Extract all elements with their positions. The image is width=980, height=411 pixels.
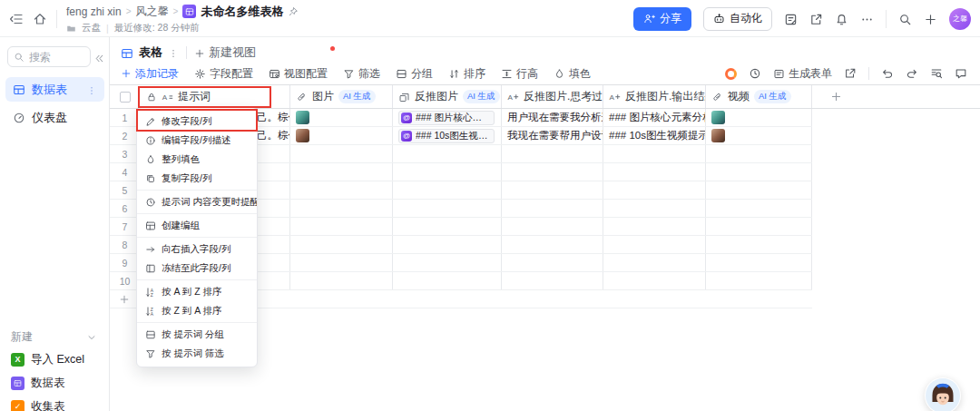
menu-item-duplicate-field[interactable]: 复制字段/列 (137, 169, 257, 188)
search-input[interactable] (29, 51, 82, 64)
chevron-down-icon[interactable] (86, 330, 97, 343)
collapse-sidebar-icon[interactable] (9, 11, 24, 27)
empty-cell[interactable] (706, 163, 812, 181)
empty-cell[interactable] (290, 200, 393, 217)
empty-cell[interactable] (290, 181, 393, 199)
generate-form-button[interactable]: 生成表单 (773, 66, 832, 82)
breadcrumb-workspace[interactable]: feng zhi xin (66, 5, 122, 18)
view-more-icon[interactable] (168, 46, 179, 60)
empty-cell[interactable] (502, 163, 603, 181)
menu-item-fill-column-color[interactable]: 整列填色 (137, 150, 257, 169)
menu-item-group-by-field[interactable]: 按 提示词 分组 (137, 325, 257, 344)
cell-thinking[interactable]: 用户现在需要我分析这... (502, 109, 603, 126)
empty-cell[interactable] (603, 254, 706, 271)
empty-cell[interactable] (502, 218, 603, 235)
empty-cell[interactable] (393, 254, 502, 271)
menu-item-sort-az[interactable]: 按 A 到 Z 排序 (137, 282, 257, 301)
empty-cell[interactable] (290, 145, 393, 162)
empty-cell[interactable] (706, 200, 812, 217)
empty-cell[interactable] (706, 218, 812, 235)
empty-cell[interactable] (706, 254, 812, 271)
document-title[interactable]: 未命名多维表格 (201, 4, 283, 20)
home-icon[interactable] (33, 11, 47, 27)
search-in-table-icon[interactable] (930, 67, 943, 81)
cell-thinking[interactable]: 我现在需要帮用户设计... (502, 127, 603, 144)
sidebar-item-datatable[interactable]: 数据表 (5, 77, 104, 102)
tab-grid-view[interactable]: 表格 (121, 44, 179, 61)
empty-cell[interactable] (290, 272, 393, 289)
menu-item-edit-field[interactable]: 修改字段/列 (137, 112, 257, 131)
empty-cell[interactable] (603, 163, 706, 181)
menu-item-change-reminder[interactable]: 提示词 内容变更时提醒 (137, 192, 257, 211)
docs-widget-icon[interactable] (784, 11, 798, 27)
more-actions-icon[interactable] (860, 11, 874, 27)
new-view-button[interactable]: 新建视图 (194, 44, 256, 61)
cell-image[interactable] (290, 127, 393, 144)
empty-cell[interactable] (502, 181, 603, 199)
column-header-image[interactable]: 图片 AI 生成 (290, 85, 393, 108)
empty-cell[interactable] (706, 272, 812, 289)
column-header-prompt[interactable]: 提示词 (141, 85, 290, 108)
sort-button[interactable]: 排序 (448, 66, 485, 82)
empty-cell[interactable] (502, 200, 603, 217)
empty-cell[interactable] (706, 181, 812, 199)
empty-cell[interactable] (290, 254, 393, 271)
user-avatar[interactable]: 之馨 (949, 8, 971, 30)
group-button[interactable]: 分组 (396, 66, 433, 82)
empty-cell[interactable] (393, 163, 502, 181)
cell-video[interactable] (706, 109, 812, 126)
undo-icon[interactable] (881, 67, 894, 81)
ai-doc-chip[interactable]: @ ### 10s图生视频... (398, 129, 495, 143)
cell-reverse-image[interactable]: @ ### 10s图生视频... (393, 127, 502, 144)
cell-reverse-image[interactable]: @ ### 图片核心元... (393, 109, 502, 126)
empty-cell[interactable] (393, 145, 502, 162)
share-view-icon[interactable] (844, 67, 857, 81)
empty-cell[interactable] (603, 181, 706, 199)
empty-cell[interactable] (290, 218, 393, 235)
menu-item-create-group[interactable]: 创建编组 (137, 216, 257, 235)
automation-button[interactable]: 自动化 (703, 7, 772, 31)
item-more-icon[interactable] (86, 83, 97, 96)
add-column-button[interactable] (812, 85, 980, 108)
fill-color-button[interactable]: 填色 (554, 66, 591, 82)
sidebar-search[interactable] (7, 46, 91, 67)
select-all-checkbox[interactable] (120, 92, 131, 103)
cell-output[interactable]: ### 10s图生视频提示... (603, 127, 706, 144)
column-header-video[interactable]: 视频 AI 生成 (706, 85, 812, 108)
sidebar-item-collect-form[interactable]: ✓ 收集表 (0, 395, 110, 411)
add-record-button[interactable]: 添加记录 (121, 66, 179, 82)
menu-item-filter-by-field[interactable]: 按 提示词 筛选 (137, 344, 257, 363)
sidebar-item-new-datatable[interactable]: 数据表 (0, 371, 110, 395)
column-header-output[interactable]: 反推图片.输出结果 (603, 85, 706, 108)
video-thumbnail[interactable] (711, 129, 725, 142)
empty-cell[interactable] (393, 272, 502, 289)
menu-item-sort-za[interactable]: 按 Z 到 A 排序 (137, 301, 257, 320)
global-search-icon[interactable] (898, 11, 912, 27)
share-button[interactable]: 分享 (633, 7, 691, 31)
filter-button[interactable]: 筛选 (343, 66, 380, 82)
image-thumbnail[interactable] (296, 111, 309, 124)
row-height-button[interactable]: 行高 (501, 66, 538, 82)
breadcrumb-folder[interactable]: 风之馨 (136, 4, 169, 19)
video-thumbnail[interactable] (711, 111, 725, 124)
empty-cell[interactable] (290, 163, 393, 181)
cell-image[interactable] (290, 109, 393, 126)
ai-doc-chip[interactable]: @ ### 图片核心元... (398, 111, 495, 125)
menu-item-freeze-to-field[interactable]: 冻结至此字段/列 (137, 259, 257, 278)
create-new-icon[interactable] (924, 11, 937, 27)
image-thumbnail[interactable] (296, 129, 309, 142)
empty-cell[interactable] (706, 145, 812, 162)
empty-cell[interactable] (603, 145, 706, 162)
menu-item-insert-right[interactable]: 向右插入字段/列 (137, 240, 257, 259)
pin-icon[interactable] (288, 5, 299, 18)
empty-cell[interactable] (502, 272, 603, 289)
empty-cell[interactable] (290, 236, 393, 253)
ai-assistant-icon[interactable] (725, 68, 737, 80)
view-config-button[interactable]: 视图配置 (269, 66, 328, 82)
history-icon[interactable] (749, 67, 761, 81)
empty-cell[interactable] (603, 272, 706, 289)
field-config-button[interactable]: 字段配置 (194, 66, 253, 82)
open-in-new-icon[interactable] (809, 11, 823, 27)
sidebar-collapse-icon[interactable] (93, 50, 105, 66)
comment-icon[interactable] (955, 67, 967, 81)
